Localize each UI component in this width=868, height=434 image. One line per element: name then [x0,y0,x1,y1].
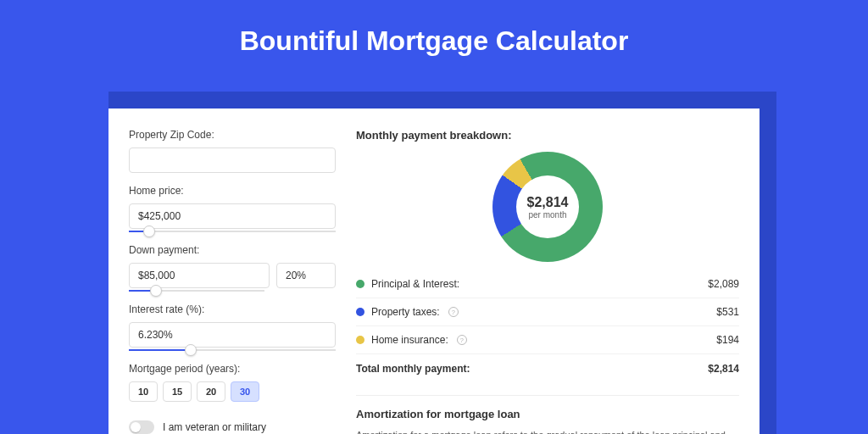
breakdown-row: Property taxes:?$531 [356,298,739,326]
total-row: Total monthly payment: $2,814 [356,354,739,383]
home-price-slider[interactable] [129,231,336,232]
breakdown-row: Home insurance:?$194 [356,326,739,354]
breakdown-label: Principal & Interest: [371,278,459,290]
down-payment-percent-input[interactable] [276,263,336,288]
page-title: Bountiful Mortgage Calculator [0,0,868,81]
home-price-label: Home price: [129,185,336,197]
interest-rate-input[interactable] [129,322,336,348]
total-label: Total monthly payment: [356,363,470,375]
toggle-knob [131,422,141,432]
donut-chart: $2,814 per month [492,152,603,262]
slider-thumb[interactable] [143,225,155,237]
period-label: Mortgage period (years): [129,363,336,375]
breakdown-value: $531 [716,306,739,318]
breakdown-value: $2,089 [708,278,739,290]
legend-dot [356,336,364,344]
period-button-10[interactable]: 10 [129,381,158,402]
interest-rate-slider[interactable] [129,349,336,351]
breakdown-title: Monthly payment breakdown: [356,129,739,142]
donut-chart-wrap: $2,814 per month [356,147,739,270]
info-icon[interactable]: ? [448,307,459,317]
legend-dot [356,308,364,316]
breakdown-row: Principal & Interest:$2,089 [356,270,739,298]
down-payment-amount-input[interactable] [129,263,270,288]
form-panel: Property Zip Code: Home price: Down paym… [108,108,346,434]
breakdown-value: $194 [716,334,739,346]
breakdown-label: Home insurance: [371,334,448,346]
donut-amount: $2,814 [527,195,569,210]
down-payment-label: Down payment: [129,244,336,256]
zip-input[interactable] [129,147,336,173]
legend-dot [356,280,364,288]
donut-center: $2,814 per month [516,175,579,238]
info-icon[interactable]: ? [457,335,467,345]
breakdown-label: Property taxes: [371,306,440,318]
period-button-30[interactable]: 30 [231,381,259,402]
period-button-group: 10152030 [129,381,336,402]
calculator-card: Property Zip Code: Home price: Down paym… [108,108,760,434]
slider-thumb[interactable] [185,344,197,356]
donut-sublabel: per month [528,210,566,220]
slider-thumb[interactable] [150,285,162,297]
down-payment-slider[interactable] [129,290,264,292]
interest-rate-label: Interest rate (%): [129,303,336,315]
amortization-title: Amortization for mortgage loan [356,408,739,420]
total-value: $2,814 [708,363,739,375]
period-button-15[interactable]: 15 [163,381,192,402]
amortization-section: Amortization for mortgage loan Amortizat… [356,395,739,434]
veteran-label: I am veteran or military [163,421,266,433]
period-button-20[interactable]: 20 [197,381,225,402]
results-panel: Monthly payment breakdown: $2,814 per mo… [346,108,760,434]
amortization-text: Amortization for a mortgage loan refers … [356,429,739,434]
veteran-toggle[interactable] [129,420,154,434]
home-price-input[interactable] [129,203,336,229]
zip-label: Property Zip Code: [129,129,336,141]
